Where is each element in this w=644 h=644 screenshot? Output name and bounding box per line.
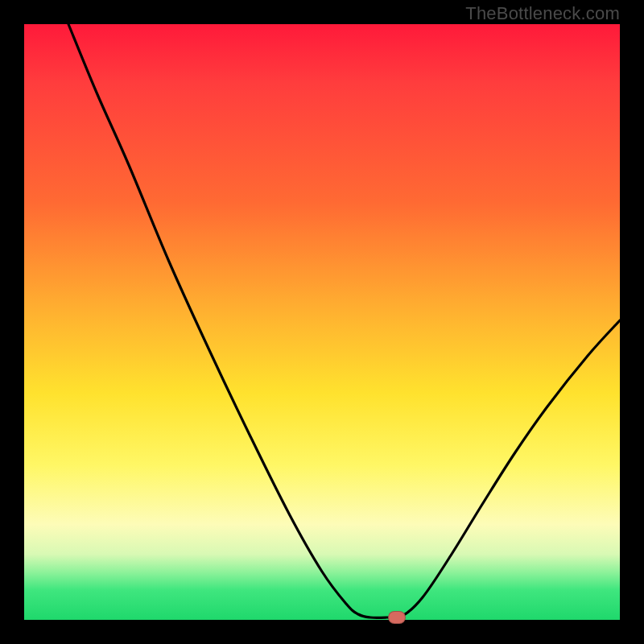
curve-path [68,24,620,618]
plot-area [24,24,620,620]
optimal-marker [388,611,406,624]
watermark-text: TheBottleneck.com [465,3,620,24]
bottleneck-curve [24,24,620,620]
chart-frame: TheBottleneck.com [0,0,644,644]
